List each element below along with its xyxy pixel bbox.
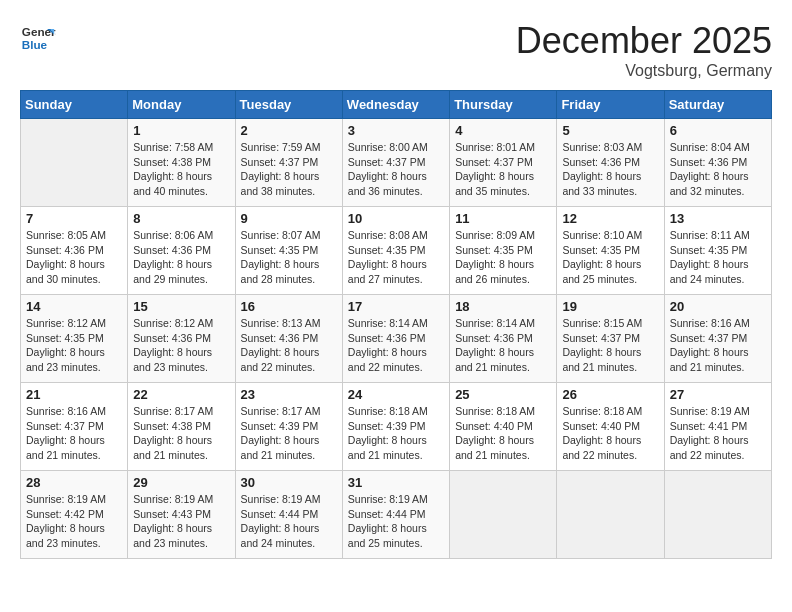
weekday-header-thursday: Thursday xyxy=(450,91,557,119)
calendar-cell: 15Sunrise: 8:12 AM Sunset: 4:36 PM Dayli… xyxy=(128,295,235,383)
calendar-cell: 9Sunrise: 8:07 AM Sunset: 4:35 PM Daylig… xyxy=(235,207,342,295)
calendar-cell: 30Sunrise: 8:19 AM Sunset: 4:44 PM Dayli… xyxy=(235,471,342,559)
day-number: 17 xyxy=(348,299,444,314)
day-number: 7 xyxy=(26,211,122,226)
day-info: Sunrise: 8:19 AM Sunset: 4:43 PM Dayligh… xyxy=(133,492,229,551)
weekday-header-friday: Friday xyxy=(557,91,664,119)
calendar-cell: 28Sunrise: 8:19 AM Sunset: 4:42 PM Dayli… xyxy=(21,471,128,559)
day-info: Sunrise: 8:18 AM Sunset: 4:39 PM Dayligh… xyxy=(348,404,444,463)
weekday-header-wednesday: Wednesday xyxy=(342,91,449,119)
day-number: 2 xyxy=(241,123,337,138)
day-info: Sunrise: 8:09 AM Sunset: 4:35 PM Dayligh… xyxy=(455,228,551,287)
weekday-header-tuesday: Tuesday xyxy=(235,91,342,119)
weekday-header-sunday: Sunday xyxy=(21,91,128,119)
day-number: 29 xyxy=(133,475,229,490)
calendar-cell: 23Sunrise: 8:17 AM Sunset: 4:39 PM Dayli… xyxy=(235,383,342,471)
day-number: 30 xyxy=(241,475,337,490)
calendar-cell: 21Sunrise: 8:16 AM Sunset: 4:37 PM Dayli… xyxy=(21,383,128,471)
day-info: Sunrise: 8:11 AM Sunset: 4:35 PM Dayligh… xyxy=(670,228,766,287)
calendar-cell: 26Sunrise: 8:18 AM Sunset: 4:40 PM Dayli… xyxy=(557,383,664,471)
page-header: General Blue December 2025 Vogtsburg, Ge… xyxy=(20,20,772,80)
calendar-cell: 12Sunrise: 8:10 AM Sunset: 4:35 PM Dayli… xyxy=(557,207,664,295)
day-number: 24 xyxy=(348,387,444,402)
calendar-cell: 3Sunrise: 8:00 AM Sunset: 4:37 PM Daylig… xyxy=(342,119,449,207)
day-number: 15 xyxy=(133,299,229,314)
calendar-cell: 2Sunrise: 7:59 AM Sunset: 4:37 PM Daylig… xyxy=(235,119,342,207)
day-number: 14 xyxy=(26,299,122,314)
day-number: 28 xyxy=(26,475,122,490)
calendar-cell: 25Sunrise: 8:18 AM Sunset: 4:40 PM Dayli… xyxy=(450,383,557,471)
day-number: 19 xyxy=(562,299,658,314)
day-info: Sunrise: 8:16 AM Sunset: 4:37 PM Dayligh… xyxy=(26,404,122,463)
calendar-cell: 10Sunrise: 8:08 AM Sunset: 4:35 PM Dayli… xyxy=(342,207,449,295)
calendar-cell: 24Sunrise: 8:18 AM Sunset: 4:39 PM Dayli… xyxy=(342,383,449,471)
calendar-cell xyxy=(664,471,771,559)
calendar-cell: 13Sunrise: 8:11 AM Sunset: 4:35 PM Dayli… xyxy=(664,207,771,295)
day-info: Sunrise: 8:14 AM Sunset: 4:36 PM Dayligh… xyxy=(455,316,551,375)
day-info: Sunrise: 8:03 AM Sunset: 4:36 PM Dayligh… xyxy=(562,140,658,199)
calendar-cell: 16Sunrise: 8:13 AM Sunset: 4:36 PM Dayli… xyxy=(235,295,342,383)
day-number: 25 xyxy=(455,387,551,402)
day-number: 23 xyxy=(241,387,337,402)
day-number: 31 xyxy=(348,475,444,490)
day-info: Sunrise: 8:19 AM Sunset: 4:44 PM Dayligh… xyxy=(241,492,337,551)
calendar-cell: 14Sunrise: 8:12 AM Sunset: 4:35 PM Dayli… xyxy=(21,295,128,383)
day-info: Sunrise: 8:00 AM Sunset: 4:37 PM Dayligh… xyxy=(348,140,444,199)
calendar-cell: 20Sunrise: 8:16 AM Sunset: 4:37 PM Dayli… xyxy=(664,295,771,383)
calendar-week-4: 21Sunrise: 8:16 AM Sunset: 4:37 PM Dayli… xyxy=(21,383,772,471)
calendar-cell: 29Sunrise: 8:19 AM Sunset: 4:43 PM Dayli… xyxy=(128,471,235,559)
calendar-cell: 7Sunrise: 8:05 AM Sunset: 4:36 PM Daylig… xyxy=(21,207,128,295)
day-number: 20 xyxy=(670,299,766,314)
day-number: 5 xyxy=(562,123,658,138)
day-number: 12 xyxy=(562,211,658,226)
day-number: 4 xyxy=(455,123,551,138)
day-number: 3 xyxy=(348,123,444,138)
day-info: Sunrise: 7:59 AM Sunset: 4:37 PM Dayligh… xyxy=(241,140,337,199)
day-number: 21 xyxy=(26,387,122,402)
svg-text:Blue: Blue xyxy=(22,38,48,51)
day-number: 8 xyxy=(133,211,229,226)
day-info: Sunrise: 8:18 AM Sunset: 4:40 PM Dayligh… xyxy=(562,404,658,463)
day-info: Sunrise: 8:15 AM Sunset: 4:37 PM Dayligh… xyxy=(562,316,658,375)
day-info: Sunrise: 8:12 AM Sunset: 4:35 PM Dayligh… xyxy=(26,316,122,375)
day-info: Sunrise: 8:19 AM Sunset: 4:44 PM Dayligh… xyxy=(348,492,444,551)
calendar-cell: 27Sunrise: 8:19 AM Sunset: 4:41 PM Dayli… xyxy=(664,383,771,471)
logo: General Blue xyxy=(20,20,56,56)
calendar-cell: 17Sunrise: 8:14 AM Sunset: 4:36 PM Dayli… xyxy=(342,295,449,383)
day-number: 16 xyxy=(241,299,337,314)
calendar-cell: 4Sunrise: 8:01 AM Sunset: 4:37 PM Daylig… xyxy=(450,119,557,207)
day-number: 10 xyxy=(348,211,444,226)
day-info: Sunrise: 8:08 AM Sunset: 4:35 PM Dayligh… xyxy=(348,228,444,287)
day-info: Sunrise: 8:14 AM Sunset: 4:36 PM Dayligh… xyxy=(348,316,444,375)
day-info: Sunrise: 8:06 AM Sunset: 4:36 PM Dayligh… xyxy=(133,228,229,287)
day-number: 27 xyxy=(670,387,766,402)
location: Vogtsburg, Germany xyxy=(516,62,772,80)
day-info: Sunrise: 8:17 AM Sunset: 4:39 PM Dayligh… xyxy=(241,404,337,463)
calendar-cell xyxy=(557,471,664,559)
calendar-cell: 19Sunrise: 8:15 AM Sunset: 4:37 PM Dayli… xyxy=(557,295,664,383)
weekday-header-saturday: Saturday xyxy=(664,91,771,119)
calendar-cell: 6Sunrise: 8:04 AM Sunset: 4:36 PM Daylig… xyxy=(664,119,771,207)
day-info: Sunrise: 8:17 AM Sunset: 4:38 PM Dayligh… xyxy=(133,404,229,463)
calendar-cell: 5Sunrise: 8:03 AM Sunset: 4:36 PM Daylig… xyxy=(557,119,664,207)
day-number: 18 xyxy=(455,299,551,314)
weekday-header-row: SundayMondayTuesdayWednesdayThursdayFrid… xyxy=(21,91,772,119)
day-info: Sunrise: 8:13 AM Sunset: 4:36 PM Dayligh… xyxy=(241,316,337,375)
weekday-header-monday: Monday xyxy=(128,91,235,119)
day-info: Sunrise: 8:01 AM Sunset: 4:37 PM Dayligh… xyxy=(455,140,551,199)
calendar-cell: 8Sunrise: 8:06 AM Sunset: 4:36 PM Daylig… xyxy=(128,207,235,295)
day-info: Sunrise: 8:07 AM Sunset: 4:35 PM Dayligh… xyxy=(241,228,337,287)
day-number: 26 xyxy=(562,387,658,402)
calendar-week-1: 1Sunrise: 7:58 AM Sunset: 4:38 PM Daylig… xyxy=(21,119,772,207)
calendar-table: SundayMondayTuesdayWednesdayThursdayFrid… xyxy=(20,90,772,559)
day-info: Sunrise: 7:58 AM Sunset: 4:38 PM Dayligh… xyxy=(133,140,229,199)
day-info: Sunrise: 8:19 AM Sunset: 4:42 PM Dayligh… xyxy=(26,492,122,551)
calendar-week-3: 14Sunrise: 8:12 AM Sunset: 4:35 PM Dayli… xyxy=(21,295,772,383)
day-info: Sunrise: 8:04 AM Sunset: 4:36 PM Dayligh… xyxy=(670,140,766,199)
calendar-cell: 11Sunrise: 8:09 AM Sunset: 4:35 PM Dayli… xyxy=(450,207,557,295)
day-number: 13 xyxy=(670,211,766,226)
day-info: Sunrise: 8:05 AM Sunset: 4:36 PM Dayligh… xyxy=(26,228,122,287)
calendar-week-2: 7Sunrise: 8:05 AM Sunset: 4:36 PM Daylig… xyxy=(21,207,772,295)
calendar-cell xyxy=(21,119,128,207)
day-info: Sunrise: 8:16 AM Sunset: 4:37 PM Dayligh… xyxy=(670,316,766,375)
